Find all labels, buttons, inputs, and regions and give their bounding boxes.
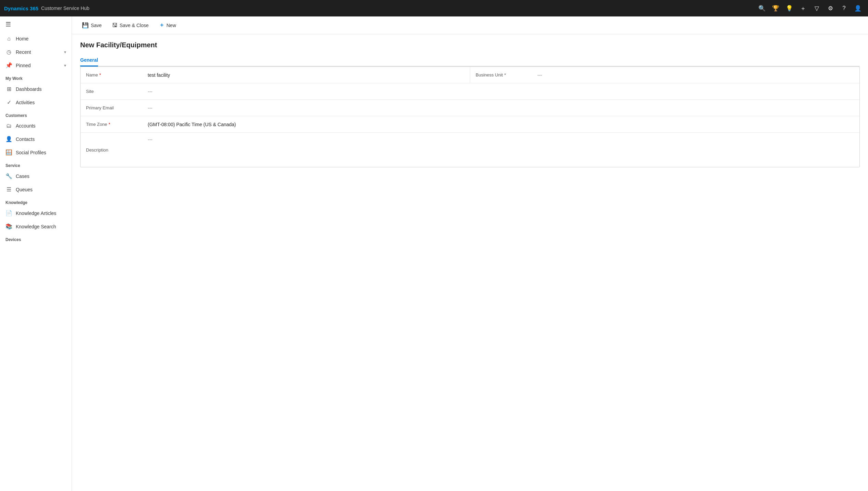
form-row-site: Site --- — [81, 83, 859, 100]
sidebar-item-label: Accounts — [16, 123, 36, 129]
sidebar-item-dashboards[interactable]: ⊞ Dashboards — [0, 82, 72, 96]
form-row-name: Name * Business Unit * --- — [81, 67, 859, 83]
description-label: Description — [81, 133, 142, 167]
save-close-icon: 🖫 — [112, 22, 118, 28]
sidebar-item-label: Cases — [16, 173, 29, 179]
sidebar-item-social-profiles[interactable]: 🪟 Social Profiles — [0, 146, 72, 159]
knowledge-articles-icon: 📄 — [5, 210, 12, 216]
save-close-button[interactable]: 🖫 Save & Close — [108, 20, 153, 31]
tab-bar: General — [80, 55, 860, 67]
sidebar-item-label: Dashboards — [16, 86, 42, 92]
sidebar-toggle[interactable]: ☰ — [0, 16, 72, 32]
main-content: 💾 Save 🖫 Save & Close ＋ New New Facility… — [72, 16, 868, 491]
time-zone-label: Time Zone * — [81, 116, 142, 132]
page-content: New Facility/Equipment General Name * — [72, 34, 868, 491]
dashboards-icon: ⊞ — [5, 86, 12, 92]
sidebar-item-label: Home — [16, 36, 28, 41]
primary-email-label: Primary Email — [81, 100, 142, 116]
cases-icon: 🔧 — [5, 173, 12, 179]
social-profiles-icon: 🪟 — [5, 149, 12, 156]
new-icon: ＋ — [159, 22, 164, 29]
sidebar-item-label: Knowledge Search — [16, 224, 56, 229]
section-knowledge: Knowledge — [0, 196, 72, 206]
form-row-primary-email: Primary Email --- — [81, 100, 859, 116]
page-title: New Facility/Equipment — [80, 41, 860, 49]
sidebar-item-accounts[interactable]: 🗂 Accounts — [0, 119, 72, 132]
brand-logo: Dynamics 365 Customer Service Hub — [4, 5, 89, 11]
home-icon: ⌂ — [5, 36, 12, 42]
name-input[interactable] — [148, 72, 464, 78]
section-service: Service — [0, 159, 72, 169]
business-unit-value[interactable]: --- — [532, 67, 859, 83]
sidebar-item-label: Contacts — [16, 136, 35, 142]
toolbar: 💾 Save 🖫 Save & Close ＋ New — [72, 16, 868, 34]
top-navigation: Dynamics 365 Customer Service Hub 🔍 🏆 💡 … — [0, 0, 868, 16]
sidebar-item-label: Knowledge Articles — [16, 211, 56, 216]
recent-icon: ◷ — [5, 49, 12, 55]
time-zone-required: * — [109, 122, 110, 127]
name-value[interactable] — [142, 67, 470, 83]
search-icon[interactable]: 🔍 — [756, 2, 768, 14]
sidebar-item-home[interactable]: ⌂ Home — [0, 32, 72, 45]
knowledge-search-icon: 📚 — [5, 223, 12, 230]
dynamics-label: Dynamics 365 — [4, 5, 38, 11]
settings-icon[interactable]: ⚙ — [824, 2, 836, 14]
section-devices: Devices — [0, 233, 72, 243]
sidebar-item-label: Queues — [16, 187, 33, 192]
time-zone-value[interactable]: (GMT-08:00) Pacific Time (US & Canada) — [142, 116, 859, 132]
save-icon: 💾 — [82, 22, 89, 28]
accounts-icon: 🗂 — [5, 123, 12, 129]
trophy-icon[interactable]: 🏆 — [769, 2, 782, 14]
app-name-label: Customer Service Hub — [41, 5, 89, 11]
chevron-down-icon: ▾ — [64, 63, 66, 68]
business-unit-required: * — [504, 72, 506, 77]
top-nav-icons: 🔍 🏆 💡 ＋ ▽ ⚙ ? 👤 — [756, 2, 864, 14]
section-customers: Customers — [0, 109, 72, 119]
contacts-icon: 👤 — [5, 136, 12, 142]
sidebar-item-label: Activities — [16, 100, 35, 105]
sidebar-item-pinned[interactable]: 📌 Pinned ▾ — [0, 59, 72, 72]
sidebar-item-label: Pinned — [16, 63, 31, 68]
name-label: Name * — [81, 67, 142, 83]
form-row-time-zone: Time Zone * (GMT-08:00) Pacific Time (US… — [81, 116, 859, 133]
pin-icon: 📌 — [5, 62, 12, 69]
sidebar-item-knowledge-search[interactable]: 📚 Knowledge Search — [0, 220, 72, 233]
save-label: Save — [91, 23, 102, 28]
sidebar-item-label: Recent — [16, 49, 31, 55]
tab-general[interactable]: General — [80, 55, 98, 67]
queues-icon: ☰ — [5, 186, 12, 193]
primary-email-value[interactable]: --- — [142, 100, 859, 116]
help-icon[interactable]: ? — [838, 2, 850, 14]
section-my-work: My Work — [0, 72, 72, 82]
sidebar-item-recent[interactable]: ◷ Recent ▾ — [0, 45, 72, 59]
sidebar-item-contacts[interactable]: 👤 Contacts — [0, 132, 72, 146]
sidebar-item-label: Social Profiles — [16, 150, 46, 155]
create-icon[interactable]: ＋ — [797, 2, 809, 14]
chevron-down-icon: ▾ — [64, 50, 66, 55]
form-row-description: Description --- — [81, 133, 859, 167]
new-button[interactable]: ＋ New — [155, 19, 181, 31]
save-close-label: Save & Close — [120, 23, 149, 28]
site-label: Site — [81, 83, 142, 99]
description-value[interactable]: --- — [142, 133, 859, 167]
user-icon[interactable]: 👤 — [852, 2, 864, 14]
site-value[interactable]: --- — [142, 83, 859, 99]
form-section: Name * Business Unit * --- — [80, 67, 860, 167]
sidebar-item-queues[interactable]: ☰ Queues — [0, 183, 72, 196]
sidebar-item-knowledge-articles[interactable]: 📄 Knowledge Articles — [0, 206, 72, 220]
save-button[interactable]: 💾 Save — [77, 20, 106, 31]
sidebar-item-activities[interactable]: ✓ Activities — [0, 96, 72, 109]
name-required: * — [99, 72, 101, 77]
sidebar: ☰ ⌂ Home ◷ Recent ▾ 📌 Pinned ▾ My Work ⊞… — [0, 16, 72, 491]
activities-icon: ✓ — [5, 99, 12, 106]
business-unit-label: Business Unit * — [470, 67, 532, 83]
filter-icon[interactable]: ▽ — [810, 2, 823, 14]
new-label: New — [167, 23, 176, 28]
sidebar-item-cases[interactable]: 🔧 Cases — [0, 169, 72, 183]
lightbulb-icon[interactable]: 💡 — [783, 2, 795, 14]
